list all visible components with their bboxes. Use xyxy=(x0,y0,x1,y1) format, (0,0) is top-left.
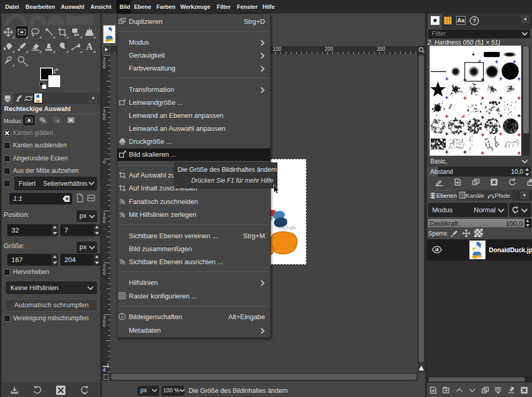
svg-text:0: 0 xyxy=(103,322,105,328)
svg-text:0: 0 xyxy=(103,218,105,224)
svg-text:0: 0 xyxy=(103,115,105,121)
svg-text:?: ? xyxy=(473,18,476,24)
svg-text:0: 0 xyxy=(103,64,105,70)
svg-text:200: 200 xyxy=(325,46,334,52)
svg-text:enCrafts: enCrafts xyxy=(279,225,296,230)
svg-text:100: 100 xyxy=(273,46,282,52)
svg-text:A: A xyxy=(86,42,93,52)
svg-text:300: 300 xyxy=(377,46,385,52)
svg-text:0: 0 xyxy=(103,159,105,165)
svg-text:0: 0 xyxy=(103,270,105,276)
svg-text:4: 4 xyxy=(103,367,106,373)
